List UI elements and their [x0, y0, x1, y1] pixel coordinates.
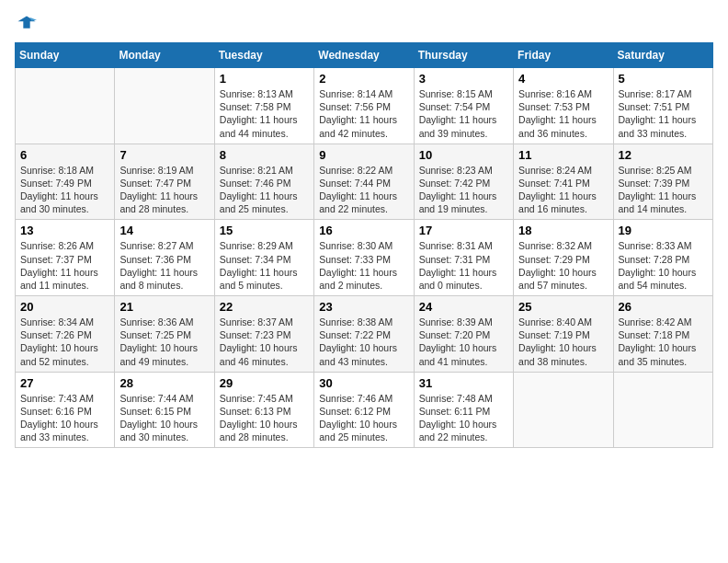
day-text: Daylight: 11 hours and 22 minutes. — [319, 190, 408, 215]
calendar-day-19: 19Sunrise: 8:33 AMSunset: 7:28 PMDayligh… — [613, 220, 712, 296]
calendar-week-row: 27Sunrise: 7:43 AMSunset: 6:16 PMDayligh… — [16, 372, 713, 448]
day-text: Sunrise: 8:21 AM — [220, 164, 309, 177]
day-text: Daylight: 10 hours and 28 minutes. — [220, 418, 309, 443]
day-text: Daylight: 11 hours and 36 minutes. — [518, 113, 608, 139]
calendar-day-15: 15Sunrise: 8:29 AMSunset: 7:34 PMDayligh… — [214, 220, 313, 296]
day-number: 2 — [319, 72, 408, 86]
day-text: Sunset: 7:47 PM — [119, 177, 209, 190]
header-day-tuesday: Tuesday — [214, 43, 313, 68]
day-text: Sunset: 6:16 PM — [20, 405, 109, 418]
day-text: Sunrise: 8:38 AM — [319, 316, 408, 328]
day-text: Sunrise: 8:23 AM — [419, 164, 508, 177]
header-day-wednesday: Wednesday — [314, 43, 414, 68]
page-header — [15, 15, 713, 35]
day-text: Daylight: 11 hours and 30 minutes. — [20, 190, 109, 215]
day-number: 15 — [220, 224, 309, 237]
header-day-friday: Friday — [514, 43, 613, 68]
day-text: Sunset: 7:28 PM — [619, 253, 708, 266]
day-text: Sunset: 7:41 PM — [518, 177, 608, 190]
day-text: Sunrise: 7:45 AM — [220, 392, 309, 405]
day-number: 18 — [518, 224, 608, 237]
calendar-week-row: 13Sunrise: 8:26 AMSunset: 7:37 PMDayligh… — [16, 220, 713, 296]
calendar-day-25: 25Sunrise: 8:40 AMSunset: 7:19 PMDayligh… — [514, 296, 613, 373]
calendar-day-23: 23Sunrise: 8:38 AMSunset: 7:22 PMDayligh… — [314, 296, 414, 373]
calendar-day-6: 6Sunrise: 8:18 AMSunset: 7:49 PMDaylight… — [16, 144, 115, 220]
day-text: Sunset: 7:33 PM — [319, 253, 408, 266]
calendar-day-20: 20Sunrise: 8:34 AMSunset: 7:26 PMDayligh… — [16, 296, 115, 373]
day-number: 24 — [419, 300, 508, 314]
day-text: Sunset: 7:46 PM — [220, 177, 309, 190]
day-text: Sunrise: 7:43 AM — [20, 392, 109, 405]
day-text: Sunset: 7:54 PM — [419, 100, 508, 113]
calendar-day-28: 28Sunrise: 7:44 AMSunset: 6:15 PMDayligh… — [115, 372, 214, 448]
day-text: Daylight: 11 hours and 16 minutes. — [518, 190, 608, 215]
calendar-body: 1Sunrise: 8:13 AMSunset: 7:58 PMDaylight… — [16, 68, 713, 448]
day-text: Daylight: 10 hours and 54 minutes. — [619, 266, 708, 292]
calendar-day-1: 1Sunrise: 8:13 AMSunset: 7:58 PMDaylight… — [214, 68, 313, 144]
day-text: Sunset: 7:23 PM — [220, 328, 309, 341]
day-number: 20 — [20, 300, 109, 314]
day-text: Daylight: 10 hours and 38 minutes. — [518, 341, 608, 367]
calendar-day-18: 18Sunrise: 8:32 AMSunset: 7:29 PMDayligh… — [514, 220, 613, 296]
day-number: 6 — [20, 148, 109, 162]
header-day-monday: Monday — [115, 43, 214, 68]
calendar-day-27: 27Sunrise: 7:43 AMSunset: 6:16 PMDayligh… — [16, 372, 115, 448]
day-text: Sunset: 7:58 PM — [220, 100, 309, 113]
day-number: 12 — [619, 148, 708, 162]
calendar-day-2: 2Sunrise: 8:14 AMSunset: 7:56 PMDaylight… — [314, 68, 414, 144]
day-text: Sunrise: 8:15 AM — [419, 87, 508, 100]
day-number: 30 — [319, 376, 408, 390]
empty-cell — [514, 372, 613, 448]
day-number: 5 — [619, 72, 708, 86]
day-number: 26 — [619, 300, 708, 314]
day-text: Sunrise: 8:42 AM — [619, 316, 708, 328]
calendar-day-7: 7Sunrise: 8:19 AMSunset: 7:47 PMDaylight… — [115, 144, 214, 220]
day-text: Daylight: 10 hours and 41 minutes. — [419, 341, 508, 367]
day-number: 16 — [319, 224, 408, 237]
day-text: Sunset: 7:31 PM — [419, 253, 508, 266]
calendar-day-16: 16Sunrise: 8:30 AMSunset: 7:33 PMDayligh… — [314, 220, 414, 296]
day-text: Daylight: 10 hours and 52 minutes. — [20, 341, 109, 367]
day-text: Sunset: 6:13 PM — [220, 405, 309, 418]
day-text: Daylight: 11 hours and 8 minutes. — [119, 266, 209, 292]
day-text: Sunrise: 7:44 AM — [119, 392, 209, 405]
day-text: Sunrise: 8:33 AM — [619, 239, 708, 252]
day-number: 4 — [518, 72, 608, 86]
day-text: Daylight: 11 hours and 14 minutes. — [619, 190, 708, 215]
day-text: Daylight: 11 hours and 42 minutes. — [319, 113, 408, 139]
day-text: Sunset: 7:49 PM — [20, 177, 109, 190]
empty-cell — [613, 372, 712, 448]
day-number: 14 — [119, 224, 209, 237]
day-number: 8 — [220, 148, 309, 162]
header-day-saturday: Saturday — [613, 43, 712, 68]
day-text: Sunset: 7:39 PM — [619, 177, 708, 190]
header-day-thursday: Thursday — [414, 43, 513, 68]
day-text: Daylight: 10 hours and 57 minutes. — [518, 266, 608, 292]
calendar-day-24: 24Sunrise: 8:39 AMSunset: 7:20 PMDayligh… — [414, 296, 513, 373]
day-text: Sunset: 7:56 PM — [319, 100, 408, 113]
day-text: Sunset: 7:36 PM — [119, 253, 209, 266]
day-number: 11 — [518, 148, 608, 162]
day-text: Daylight: 11 hours and 19 minutes. — [419, 190, 508, 215]
day-text: Sunset: 7:34 PM — [220, 253, 309, 266]
day-text: Daylight: 11 hours and 33 minutes. — [619, 113, 708, 139]
day-text: Sunrise: 8:32 AM — [518, 239, 608, 252]
day-text: Sunrise: 8:24 AM — [518, 164, 608, 177]
calendar-day-9: 9Sunrise: 8:22 AMSunset: 7:44 PMDaylight… — [314, 144, 414, 220]
day-text: Daylight: 11 hours and 2 minutes. — [319, 266, 408, 292]
day-number: 13 — [20, 224, 109, 237]
day-text: Daylight: 10 hours and 49 minutes. — [119, 341, 209, 367]
day-text: Daylight: 10 hours and 25 minutes. — [319, 418, 408, 443]
day-text: Sunset: 7:18 PM — [619, 328, 708, 341]
empty-cell — [16, 68, 115, 144]
day-number: 21 — [119, 300, 209, 314]
logo-icon — [17, 15, 37, 35]
day-number: 29 — [220, 376, 309, 390]
day-text: Sunrise: 8:36 AM — [119, 316, 209, 328]
calendar-day-14: 14Sunrise: 8:27 AMSunset: 7:36 PMDayligh… — [115, 220, 214, 296]
calendar-week-row: 20Sunrise: 8:34 AMSunset: 7:26 PMDayligh… — [16, 296, 713, 373]
day-text: Sunset: 7:26 PM — [20, 328, 109, 341]
calendar-table: SundayMondayTuesdayWednesdayThursdayFrid… — [15, 42, 713, 448]
calendar-day-11: 11Sunrise: 8:24 AMSunset: 7:41 PMDayligh… — [514, 144, 613, 220]
day-text: Sunrise: 8:27 AM — [119, 239, 209, 252]
